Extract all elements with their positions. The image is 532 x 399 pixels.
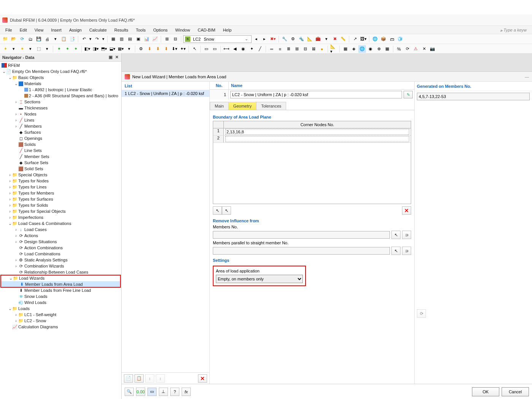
tb-icon[interactable]: 🧊 — [396, 35, 404, 43]
tb-icon[interactable]: ▭ — [211, 45, 218, 53]
tb-icon[interactable]: ◈ — [350, 45, 358, 53]
tb-icon[interactable]: ✦▾ — [179, 45, 187, 53]
tb-icon[interactable]: ✦ — [2, 45, 9, 53]
tb-icon[interactable]: 🖼▾ — [359, 35, 367, 43]
tb-icon[interactable]: ⊕ — [375, 45, 383, 53]
tb-icon[interactable]: ✦ — [248, 45, 255, 53]
menu-options[interactable]: Options — [149, 27, 171, 33]
tb-icon[interactable]: 📂 — [10, 35, 17, 43]
tb-icon[interactable]: ◨▾ — [92, 45, 100, 53]
tb-icon[interactable]: ⬇▾ — [171, 45, 178, 53]
tb-icon[interactable]: ▦▾ — [117, 45, 125, 53]
tb-icon[interactable]: ╱ — [256, 45, 264, 53]
prev-icon[interactable]: ◂ — [252, 35, 260, 43]
tb-icon[interactable]: ▤ — [126, 35, 134, 43]
tb-icon[interactable]: ▦ — [383, 45, 391, 53]
tb-icon[interactable]: % — [395, 45, 403, 53]
loadcase-combo[interactable]: S LC2 Snow ⌄ — [183, 35, 252, 43]
next-icon[interactable]: ▸ — [261, 35, 268, 43]
tb-icon[interactable]: ◉ — [239, 45, 247, 53]
tb-icon[interactable]: 📁 — [2, 35, 9, 43]
tb-icon[interactable]: 📐▾ — [330, 45, 337, 53]
tb-icon[interactable]: ▭ — [203, 45, 210, 53]
tb-icon[interactable]: ⊞ — [163, 35, 171, 43]
tb-icon[interactable]: ⬇ — [154, 45, 162, 53]
tb-icon[interactable]: 🔧 — [281, 35, 288, 43]
tb-icon[interactable]: ↖ — [191, 45, 198, 53]
tb-icon[interactable]: 📐 — [306, 35, 314, 43]
tb-icon[interactable]: ▣ — [135, 35, 142, 43]
keyword-hint[interactable]: Type a keyw — [497, 27, 530, 33]
menu-results[interactable]: Results — [111, 27, 132, 33]
tb-icon[interactable]: 📊 — [143, 35, 150, 43]
tb-icon[interactable]: 📷 — [429, 45, 436, 53]
tb-dropdown-icon[interactable]: ▾ — [89, 35, 92, 43]
tb-icon[interactable]: ⊠ — [310, 45, 317, 53]
tb-icon[interactable]: ⊞ — [293, 45, 301, 53]
tb-icon[interactable]: 🔩 — [298, 35, 305, 43]
tb-icon[interactable]: ✖ — [331, 35, 339, 43]
tb-icon[interactable]: 🌐 — [358, 45, 366, 53]
tb-icon[interactable]: ✖▾ — [269, 35, 277, 43]
tb-icon[interactable]: 📑 — [68, 35, 76, 43]
tb-icon[interactable]: ⚙ — [289, 35, 297, 43]
tb-icon[interactable]: ⬒▾ — [100, 45, 108, 53]
tb-icon[interactable]: ═ — [268, 45, 276, 53]
tb-icon[interactable]: ✦ — [72, 45, 79, 53]
tb-icon[interactable]: ⊟ — [171, 35, 179, 43]
menu-assign[interactable]: Assign — [65, 27, 86, 33]
menu-insert[interactable]: Insert — [47, 27, 65, 33]
tb-dropdown-icon[interactable]: ▾ — [52, 35, 59, 43]
tb-icon[interactable]: ▾ — [43, 45, 51, 53]
tb-icon[interactable]: ⟷ — [223, 45, 230, 53]
tb-icon[interactable]: 🗂 — [27, 35, 34, 43]
tb-icon[interactable]: 🗃 — [388, 35, 396, 43]
tb-icon[interactable]: ▥ — [118, 35, 125, 43]
tb-icon[interactable]: 📦 — [380, 35, 387, 43]
tb-icon[interactable]: ⬇ — [162, 45, 170, 53]
menu-calculate[interactable]: Calculate — [86, 27, 111, 33]
tb-icon[interactable]: ↗ — [351, 35, 359, 43]
tb-icon[interactable]: ⬚ — [35, 45, 43, 53]
tb-icon[interactable]: 🧰 — [314, 35, 322, 43]
tb-icon[interactable]: ⚙ — [137, 45, 145, 53]
tb-icon[interactable]: ◉ — [367, 45, 374, 53]
tb-icon[interactable]: ▾ — [125, 45, 133, 53]
tb-dropdown-icon[interactable]: ▾ — [101, 35, 105, 43]
tb-icon[interactable]: ◀ — [231, 45, 239, 53]
tb-icon[interactable]: ◧▾ — [84, 45, 91, 53]
tb-icon[interactable]: ⟳ — [404, 45, 411, 53]
tb-icon[interactable]: 🌐 — [371, 35, 379, 43]
tb-icon[interactable]: ● — [318, 45, 326, 53]
undo-icon[interactable]: ↶ — [80, 35, 88, 43]
menu-tools[interactable]: Tools — [132, 27, 149, 33]
tb-icon[interactable]: 🖨 — [43, 35, 51, 43]
redo-icon[interactable]: ↷ — [93, 35, 101, 43]
menu-file[interactable]: File — [2, 27, 16, 33]
tb-icon[interactable]: ▦ — [109, 35, 117, 43]
tb-icon[interactable]: ≣ — [285, 45, 292, 53]
menu-window[interactable]: Window — [171, 27, 194, 33]
tb-icon[interactable]: 📈 — [151, 35, 159, 43]
close-icon[interactable]: ✕ — [420, 45, 428, 53]
tb-icon[interactable]: ⊟ — [301, 45, 309, 53]
tb-icon[interactable]: ✦ — [63, 45, 71, 53]
menu-help[interactable]: Help — [219, 27, 236, 33]
tb-icon[interactable]: ✦ — [55, 45, 63, 53]
tb-icon[interactable]: ⚠ — [412, 45, 420, 53]
tb-icon[interactable]: 📋 — [60, 35, 68, 43]
menu-edit[interactable]: Edit — [16, 27, 31, 33]
tb-icon[interactable]: ✦ — [18, 45, 26, 53]
tb-icon[interactable]: ≡ — [276, 45, 284, 53]
tb-icon[interactable]: ⬇ — [146, 45, 153, 53]
menu-cadbim[interactable]: CAD-BIM — [194, 27, 219, 33]
tb-icon[interactable]: ▾ — [10, 45, 17, 53]
tb-icon[interactable]: ▾ — [27, 45, 34, 53]
tb-icon[interactable]: 📏 — [339, 35, 347, 43]
tb-icon[interactable]: ⟳ — [18, 35, 26, 43]
tb-icon[interactable]: ▾ — [323, 35, 330, 43]
menu-view[interactable]: View — [31, 27, 48, 33]
tb-icon[interactable]: ⬓▾ — [109, 45, 116, 53]
tb-icon[interactable]: 💾 — [35, 35, 43, 43]
tb-icon[interactable]: ▦ — [342, 45, 349, 53]
